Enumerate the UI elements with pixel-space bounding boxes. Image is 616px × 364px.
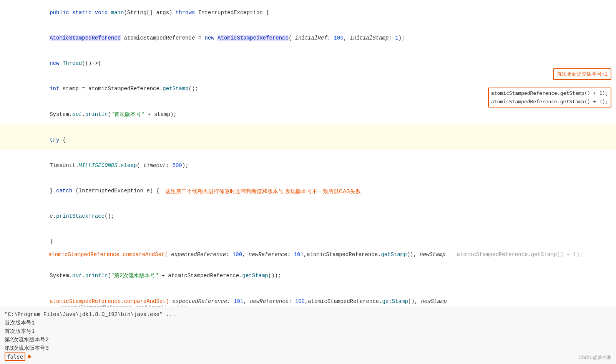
code-line-sleep1: TimeUnit.MILLISECONDS.sleep( timeout: 50…: [0, 150, 616, 175]
output-area: "C:\Program Files\Java\jdk1.8.0_192\bin\…: [0, 307, 616, 364]
code-line-thread1-open: new Thread(()->{: [0, 48, 616, 73]
right-stamp-line1: atomicStampedReference.getStamp() + 1);: [491, 89, 608, 98]
orange-dot: [28, 355, 31, 358]
code-line-atomic-init: AtomicStampedReference atomicStampedRefe…: [0, 22, 616, 48]
code-line-main: public static void main(String[] args) t…: [0, 3, 616, 22]
code-line-try1: try {: [0, 124, 616, 150]
output-line3: 第2次流水版本号2: [5, 336, 611, 344]
code-line-catch-close1: }: [0, 226, 616, 251]
code-line-cas1: atomicStampedReference.compareAndSet( ex…: [0, 251, 616, 260]
right-stamp-line2: atomicStampedReference.getStamp() + 1);: [491, 98, 608, 106]
output-false-badge: false: [5, 352, 25, 361]
code-line-cas2: atomicStampedReference.compareAndSet( ex…: [0, 286, 616, 307]
output-java-path: "C:\Program Files\Java\jdk1.8.0_192\bin\…: [5, 310, 611, 319]
code-line-catch1: } catch (InterruptedException e) {: [0, 175, 616, 200]
output-line2: 首次版本号1: [5, 327, 611, 336]
code-line-println2: System.out.println("第2次流水版本号" + atomicSt…: [0, 260, 616, 286]
code-area: 每次更新提交版本号+1 atomicStampedReference.getSt…: [0, 0, 616, 307]
top-right-annotation: 每次更新提交版本号+1: [553, 68, 611, 80]
middle-annotation: 这里第二个线程再进行修改时连带判断值和版本号 发现版本号不一致所以CAS失败: [165, 188, 361, 195]
right-stamp-box: atomicStampedReference.getStamp() + 1); …: [488, 88, 611, 108]
output-result-line: false: [5, 352, 611, 361]
output-line4: 第3次流水版本号3: [5, 344, 611, 352]
watermark: CSDN @梦の渊: [578, 354, 611, 361]
output-line1: 首次版本号1: [5, 319, 611, 327]
code-line-stacktrace1: e.printStackTrace();: [0, 200, 616, 226]
main-container: 每次更新提交版本号+1 atomicStampedReference.getSt…: [0, 0, 616, 364]
